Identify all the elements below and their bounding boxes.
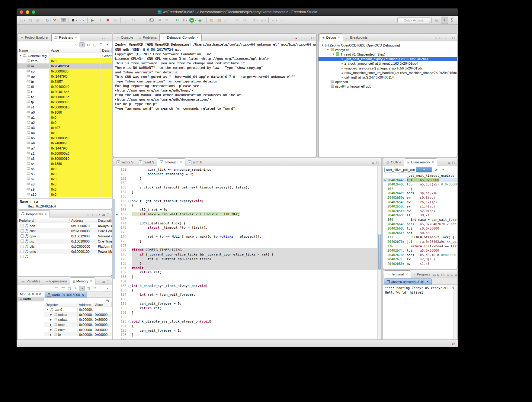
code-line[interactable]: 168 s32_t ret = 0; (113, 208, 381, 212)
peripheral-row[interactable] (18, 254, 112, 259)
register-row[interactable]: 10100101s3 0x80000010 (18, 156, 112, 161)
display-console-icon[interactable]: ▭ (299, 37, 301, 40)
peripheral-checkbox[interactable] (21, 250, 24, 253)
minimize-view-icon[interactable]: ▭ (372, 161, 374, 165)
code-line[interactable]: 172 struct _timeout *to = first(); (113, 226, 381, 230)
disassembly-instruction[interactable]: 20402b48:lbua5,156(a5) # 0x8000009c (383, 182, 457, 187)
expander-icon[interactable]: ▼ (321, 44, 324, 47)
peripheral-row[interactable]: gpio 0x10012000 General Purpose In (18, 233, 112, 239)
disassembly-instruction[interactable]: 20402b7c:lws2,0(a5) (383, 257, 457, 262)
binary-file-icon[interactable]: 010 (60, 17, 67, 24)
code-line[interactable]: 177#ifdef CONFIG_TIMESLICING (113, 248, 381, 252)
code-line[interactable]: 178 if (_current_cpu->slice_ticks && _cu… (113, 252, 381, 257)
debug-config-icon[interactable]: ✳▼ (181, 17, 188, 24)
tab-breakpoints[interactable]: ●●Breakpoints (343, 34, 370, 41)
stack-frame-row[interactable]: ≡_get_next_timeout_expiry() at timeout.c… (319, 57, 457, 61)
code-line[interactable]: 175 } (113, 239, 381, 244)
peripheral-checkbox[interactable] (21, 240, 24, 243)
memory-register-row[interactable]: ▶10100101rxctrl 0x00000... 0x00000... (44, 327, 112, 332)
tab-project-explorer[interactable]: ▰Project Explorer (18, 34, 51, 41)
code-line[interactable]: 173 (113, 230, 381, 235)
disassembly-source-line[interactable]: 169 int maxw = can_wait_forever ? K_FORE… (383, 217, 457, 222)
disassembly-instruction[interactable]: 20402b50:sws0,8(sp) (383, 195, 457, 200)
register-row[interactable]: 10100101s5 0x0 (18, 166, 112, 171)
pin-terminal-icon[interactable]: ⊼ (451, 273, 453, 277)
memory-rendering-tab[interactable]: uart0: 0x10013000 ✕ (45, 292, 87, 297)
tab-reset-s[interactable]: Sreset.S (136, 158, 157, 166)
memory-monitor-item[interactable]: ◆ uart0 (18, 297, 44, 301)
close-tab-icon[interactable]: ✕ (90, 280, 92, 283)
disassembly-instruction[interactable]: 20402b70:jalra,0x20402a9c <k_spin_lock> (383, 240, 457, 244)
maximize-view-icon[interactable]: ☐ (311, 37, 314, 40)
code-line[interactable]: 161 } (113, 177, 381, 181)
code-line[interactable]: 160 announce_remaining = 0; (113, 172, 381, 177)
disassembly-label[interactable]: _get_next_timeout_expiry: (383, 173, 457, 178)
memory-register-row[interactable]: ▶10100101ie 0x00000... 0x00000... (44, 332, 112, 336)
toggle-split-icon[interactable]: ◫ (85, 286, 91, 291)
step-into-icon[interactable]: ↓ (122, 17, 130, 24)
code-line[interactable]: 179 ret = _current_cpu->slice_ticks; (113, 257, 381, 262)
disassembly-source-line[interactable]: 167 { (383, 187, 457, 191)
view-menu-icon[interactable]: ▼ (99, 214, 101, 216)
terminal-vscrollbar[interactable] (453, 285, 457, 340)
code-line[interactable]: 196} (113, 333, 381, 337)
col-address[interactable]: Address (77, 302, 93, 307)
remove-terminated-icon[interactable]: ✕ (435, 37, 437, 40)
tab-vector-s[interactable]: Svector.S (114, 158, 136, 166)
tab-problems[interactable]: ⚠Problems (136, 34, 159, 41)
move-to-line-icon[interactable]: ⇥ (155, 17, 163, 24)
code-line[interactable]: 167{ (113, 203, 381, 208)
debug-tree-row[interactable]: openocd (319, 80, 457, 84)
maximize-view-icon[interactable]: ☐ (452, 161, 455, 165)
tab-variables[interactable]: (x)=Variables (18, 277, 43, 285)
tab-arch-h[interactable]: harch.h (185, 158, 205, 166)
code-line[interactable]: 159 curr_tick += announce_remaining; (113, 168, 381, 172)
minimize-view-icon[interactable]: ▭ (102, 213, 105, 217)
tab-debug[interactable]: ✳Debug✕ (319, 34, 343, 41)
terminate-icon[interactable]: ■ (104, 17, 111, 24)
skip-breakpoints-icon[interactable]: ⊘▼ (45, 17, 52, 24)
add-monitor-icon[interactable]: ✚ (27, 292, 30, 296)
remote-console-icon[interactable]: ▭ (79, 17, 86, 24)
code-line[interactable]: 164} (113, 190, 381, 195)
disassembly-instruction[interactable]: 20402b58:sws1,4(sp) (383, 204, 457, 209)
remove-monitor-icon[interactable]: ✕ (32, 292, 34, 296)
link-with-debug-icon[interactable]: ⇥ (91, 213, 93, 217)
instruction-stepping-icon[interactable]: i→ (148, 17, 155, 24)
layout-icon[interactable]: ❒ (98, 42, 104, 47)
code-line[interactable]: 188 (113, 297, 381, 302)
register-row[interactable]: 10100101t2 0x8000018c (18, 94, 112, 99)
code-line[interactable]: 165 (113, 195, 381, 199)
minimize-view-icon[interactable]: ▭ (454, 273, 457, 277)
memory-register-row[interactable]: ▶10100101rxdata 0x00000... 0x80000... (44, 317, 112, 322)
resume-icon[interactable]: ▶ (89, 17, 96, 24)
code-line[interactable]: 176 (113, 244, 381, 248)
code-line[interactable]: 166−s32_t _get_next_timeout_expiry(void) (113, 199, 381, 204)
collapse-all-icon[interactable]: ⊟ (85, 42, 91, 47)
close-rendering-icon[interactable]: ✕ (82, 293, 84, 297)
instruction-stepping-mode-icon[interactable]: i→ (439, 37, 442, 40)
close-serial-tab-icon[interactable]: ✕ (426, 280, 429, 284)
tab-debugger-console[interactable]: ▭Debugger Console✕ (159, 34, 202, 41)
code-line[interactable]: 195 can_wait_forever = 1; (113, 329, 381, 333)
peripheral-checkbox[interactable] (21, 229, 24, 233)
memory-menu-icon[interactable]: ▼ (104, 286, 110, 291)
code-line[interactable]: 190 return ret; (113, 306, 381, 311)
register-row[interactable]: 10100101zero 0x0 (18, 58, 112, 63)
minimize-view-icon[interactable]: ▭ (307, 37, 309, 40)
maximize-view-icon[interactable]: ☐ (107, 213, 109, 217)
code-line[interactable]: 170 (113, 217, 381, 221)
disassembly-menu-icon[interactable]: ▼ (440, 167, 446, 172)
col-description[interactable]: Description (101, 48, 112, 53)
code-line[interactable]: 183} (113, 275, 381, 279)
maximize-view-icon[interactable]: ☐ (452, 37, 455, 40)
register-row[interactable]: 10100101sp 0x80000f80 (18, 69, 112, 74)
register-row[interactable]: 10100101t0 0x204002b0 (18, 84, 112, 89)
register-group-row[interactable]: ▼AAA0101General Regi... General (18, 53, 112, 58)
col-value[interactable]: Value (93, 302, 112, 307)
minimize-view-icon[interactable]: ▭ (102, 280, 105, 284)
c-perspective-icon[interactable]: C (448, 17, 456, 24)
back-icon[interactable]: ←▼ (270, 17, 278, 24)
tab-console[interactable]: ▭Console (114, 34, 136, 41)
link-with-debug-icon[interactable]: ⇥ (79, 42, 85, 47)
